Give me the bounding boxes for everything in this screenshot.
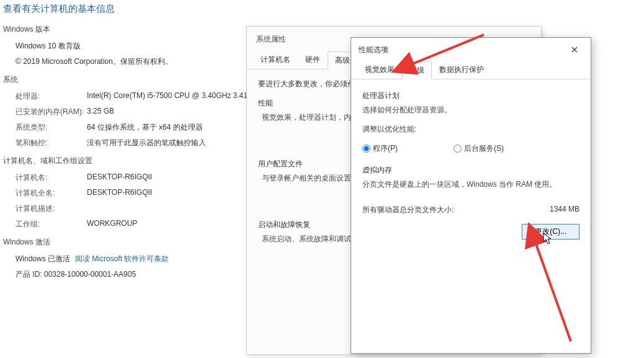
fullname-label: 计算机全名: [16, 188, 87, 199]
cname-label: 计算机名: [16, 172, 87, 183]
change-button[interactable]: 更改(C)... [522, 224, 579, 239]
radio-programs-input[interactable] [362, 145, 370, 153]
systype-label: 系统类型: [16, 122, 87, 133]
ram-label: 已安装的内存(RAM): [16, 107, 87, 117]
close-button[interactable] [566, 43, 583, 56]
activation-status: Windows 已激活 [16, 254, 70, 264]
scheduling-title: 处理器计划 [362, 91, 579, 101]
product-id: 产品 ID: 00328-10000-00001-AA905 [16, 269, 136, 280]
systype-value: 64 位操作系统，基于 x64 的处理器 [87, 122, 203, 133]
tab-computer-name[interactable]: 计算机名 [253, 51, 298, 69]
copyright-value: © 2019 Microsoft Corporation。保留所有权利。 [16, 56, 172, 67]
vm-total-value: 1344 MB [550, 205, 579, 215]
tab-advanced2[interactable]: 高级 [402, 61, 432, 79]
pen-value: 没有可用于此显示器的笔或触控输入 [87, 138, 206, 148]
cname-value: DESKTOP-R6IGQII [87, 172, 152, 183]
radio-programs-label: 程序(P) [373, 143, 398, 154]
dialog2-title: 性能选项 [359, 45, 388, 55]
vm-total-label: 所有驱动器总分页文件大小: [362, 205, 454, 215]
vm-title: 虚拟内存 [362, 165, 579, 176]
workgroup-label: 工作组: [16, 219, 87, 230]
adjust-label: 调整以优化性能: [362, 124, 579, 135]
radio-background-label: 后台服务(S) [464, 143, 504, 154]
license-link[interactable]: 阅读 Microsoft 软件许可条款 [75, 254, 169, 264]
radio-programs[interactable]: 程序(P) [362, 143, 398, 154]
radio-background-input[interactable] [454, 145, 462, 153]
tab-visual-effects[interactable]: 视觉效果 [357, 61, 402, 79]
workgroup-value: WORKGROUP [87, 219, 137, 230]
dialog2-tabs: 视觉效果 高级 数据执行保护 [351, 61, 591, 79]
cpu-value: Intel(R) Core(TM) i5-7500 CPU @ 3.40GHz … [87, 91, 248, 102]
ram-value: 3.25 GB [87, 107, 114, 117]
page-title: 查看有关计算机的基本信息 [3, 3, 644, 15]
vm-text: 分页文件是硬盘上的一块区域，Windows 当作 RAM 使用。 [362, 179, 579, 190]
close-icon [571, 47, 578, 53]
tab-dep[interactable]: 数据执行保护 [432, 61, 491, 79]
cpu-label: 处理器: [16, 91, 87, 102]
scheduling-text: 选择如何分配处理器资源。 [362, 105, 579, 115]
tab-hardware[interactable]: 硬件 [298, 51, 328, 69]
performance-options-dialog: 性能选项 视觉效果 高级 数据执行保护 处理器计划 选择如何分配处理器资源。 调… [351, 37, 591, 354]
pen-label: 笔和触控: [16, 138, 87, 148]
dialog2-body: 处理器计划 选择如何分配处理器资源。 调整以优化性能: 程序(P) 后台服务(S… [351, 79, 591, 247]
fullname-value: DESKTOP-R6IGQII [87, 188, 152, 199]
cdesc-label: 计算机描述: [16, 204, 87, 214]
edition-value: Windows 10 教育版 [16, 41, 81, 51]
radio-background[interactable]: 后台服务(S) [454, 143, 504, 154]
